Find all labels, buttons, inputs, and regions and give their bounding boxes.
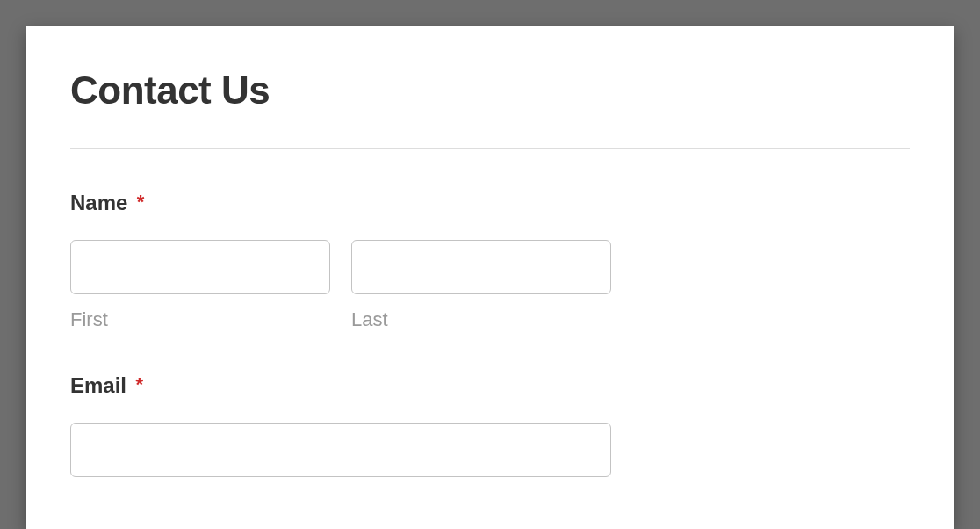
first-name-input[interactable] [70,240,330,294]
first-name-column: First [70,240,330,331]
email-field-group: Email * [70,373,910,477]
name-label: Name [70,191,127,215]
contact-form-card: Contact Us Name * First Last Email * [26,26,954,529]
name-field-group: Name * First Last [70,191,910,331]
page-title: Contact Us [70,69,910,112]
email-label: Email [70,373,126,398]
name-required-mark: * [137,191,145,213]
last-name-column: Last [351,240,611,331]
first-name-sublabel: First [70,308,330,331]
email-required-mark: * [135,373,143,395]
last-name-sublabel: Last [351,308,611,331]
title-divider [70,148,910,149]
email-input[interactable] [70,423,611,477]
last-name-input[interactable] [351,240,611,294]
name-input-row: First Last [70,240,910,331]
